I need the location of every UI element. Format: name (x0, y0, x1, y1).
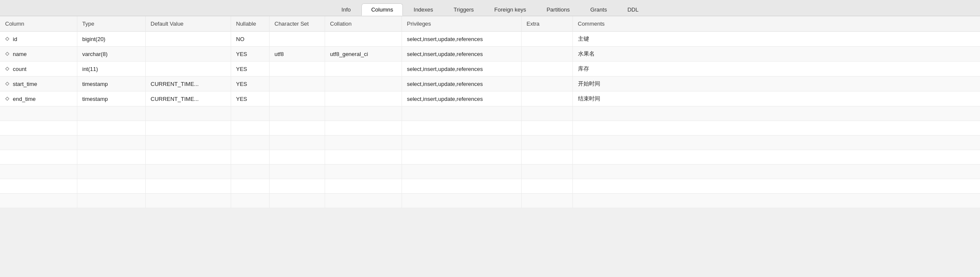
header-type: Type (77, 16, 145, 32)
cell-extra (521, 62, 572, 77)
cell-default-value: CURRENT_TIME... (145, 77, 231, 91)
cell-extra (521, 91, 572, 106)
tab-grants[interactable]: Grants (581, 3, 617, 16)
cell-nullable: NO (231, 32, 269, 47)
cell-default-value: CURRENT_TIME... (145, 91, 231, 106)
empty-row (0, 194, 980, 208)
table-row[interactable]: idbigint(20)NOselect,insert,update,refer… (0, 32, 980, 47)
table-row[interactable]: start_timetimestampCURRENT_TIME...YESsel… (0, 77, 980, 91)
cell-type: int(11) (77, 62, 145, 77)
cell-extra (521, 77, 572, 91)
cell-character-set (269, 32, 325, 47)
columns-table: Column Type Default Value Nullable Chara… (0, 16, 980, 208)
cell-comments: 库存 (572, 62, 980, 77)
cell-type: varchar(8) (77, 47, 145, 62)
tab-foreign_keys[interactable]: Foreign keys (484, 3, 536, 16)
tab-bar: InfoColumnsIndexesTriggersForeign keysPa… (0, 0, 980, 16)
cell-nullable: YES (231, 77, 269, 91)
cell-type: bigint(20) (77, 32, 145, 47)
empty-row (0, 106, 980, 121)
table-row[interactable]: countint(11)YESselect,insert,update,refe… (0, 62, 980, 77)
column-name: name (13, 51, 27, 57)
cell-nullable: YES (231, 47, 269, 62)
tab-ddl[interactable]: DDL (618, 3, 648, 16)
empty-row (0, 179, 980, 194)
cell-default-value (145, 62, 231, 77)
cell-privileges: select,insert,update,references (402, 91, 521, 106)
empty-row (0, 136, 980, 150)
table-header-row: Column Type Default Value Nullable Chara… (0, 16, 980, 32)
cell-comments: 开始时间 (572, 77, 980, 91)
cell-collation (325, 77, 402, 91)
diamond-icon (5, 51, 9, 57)
table-container: Column Type Default Value Nullable Chara… (0, 16, 980, 208)
cell-privileges: select,insert,update,references (402, 62, 521, 77)
cell-collation: utf8_general_ci (325, 47, 402, 62)
cell-collation (325, 62, 402, 77)
empty-row (0, 150, 980, 165)
cell-privileges: select,insert,update,references (402, 32, 521, 47)
diamond-icon (5, 36, 9, 42)
table-body: idbigint(20)NOselect,insert,update,refer… (0, 32, 980, 208)
cell-nullable: YES (231, 62, 269, 77)
header-extra: Extra (521, 16, 572, 32)
cell-nullable: YES (231, 91, 269, 106)
column-name: start_time (13, 81, 37, 87)
cell-default-value (145, 47, 231, 62)
header-default-value: Default Value (145, 16, 231, 32)
cell-collation (325, 91, 402, 106)
column-name: end_time (13, 96, 35, 102)
tab-indexes[interactable]: Indexes (404, 3, 443, 16)
table-row[interactable]: end_timetimestampCURRENT_TIME...YESselec… (0, 91, 980, 106)
cell-extra (521, 47, 572, 62)
tab-triggers[interactable]: Triggers (444, 3, 484, 16)
tab-columns[interactable]: Columns (361, 3, 403, 16)
svg-marker-4 (6, 97, 9, 100)
cell-comments: 水果名 (572, 47, 980, 62)
cell-character-set (269, 91, 325, 106)
svg-marker-0 (6, 37, 9, 41)
svg-marker-1 (6, 52, 9, 56)
cell-privileges: select,insert,update,references (402, 47, 521, 62)
header-column: Column (0, 16, 77, 32)
cell-character-set: utf8 (269, 47, 325, 62)
empty-row (0, 165, 980, 179)
cell-privileges: select,insert,update,references (402, 77, 521, 91)
header-privileges: Privileges (402, 16, 521, 32)
cell-default-value (145, 32, 231, 47)
column-name: id (13, 36, 17, 42)
column-name: count (13, 66, 26, 72)
svg-marker-3 (6, 82, 9, 85)
cell-comments: 主键 (572, 32, 980, 47)
svg-marker-2 (6, 67, 9, 71)
diamond-icon (5, 96, 9, 102)
cell-type: timestamp (77, 91, 145, 106)
table-row[interactable]: namevarchar(8)YESutf8utf8_general_cisele… (0, 47, 980, 62)
cell-character-set (269, 77, 325, 91)
tab-partitions[interactable]: Partitions (537, 3, 579, 16)
header-comments: Comments (572, 16, 980, 32)
cell-character-set (269, 62, 325, 77)
diamond-icon (5, 81, 9, 87)
cell-extra (521, 32, 572, 47)
cell-collation (325, 32, 402, 47)
cell-type: timestamp (77, 77, 145, 91)
header-nullable: Nullable (231, 16, 269, 32)
tab-info[interactable]: Info (332, 3, 361, 16)
header-collation: Collation (325, 16, 402, 32)
empty-row (0, 121, 980, 136)
cell-comments: 结束时间 (572, 91, 980, 106)
header-character-set: Character Set (269, 16, 325, 32)
diamond-icon (5, 66, 9, 72)
